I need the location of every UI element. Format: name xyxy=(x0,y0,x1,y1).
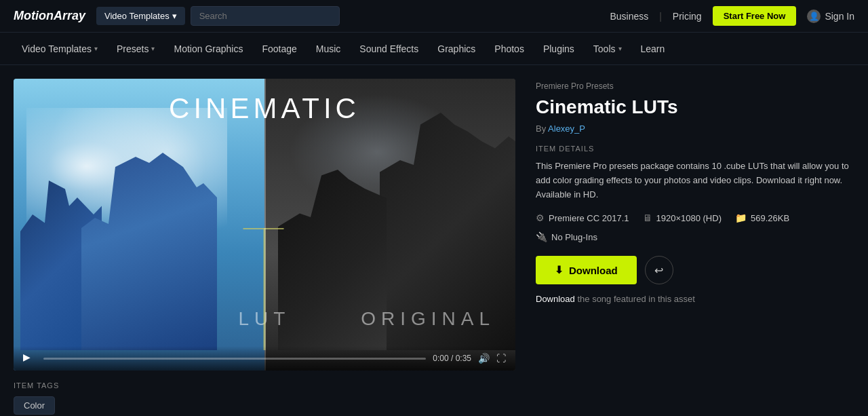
sign-in-button[interactable]: 👤 Sign In xyxy=(807,10,854,23)
asset-title: Cinematic LUTs xyxy=(536,96,854,118)
nav-video-templates[interactable]: Video Templates ▾ xyxy=(14,39,106,58)
chevron-down-icon: ▾ xyxy=(618,45,622,52)
puzzle-icon: 🔌 xyxy=(536,231,547,242)
gear-icon: ⚙ xyxy=(536,212,545,223)
progress-bar[interactable] xyxy=(43,358,426,360)
file-icon: 📁 xyxy=(735,212,747,223)
no-plugins-badge: 🔌 No Plug-Ins xyxy=(536,231,597,242)
nav-learn[interactable]: Learn xyxy=(633,39,673,58)
start-free-button[interactable]: Start Free Now xyxy=(713,6,797,26)
nav-tools[interactable]: Tools ▾ xyxy=(585,39,630,58)
download-label: Download xyxy=(569,265,618,276)
meta-row-2: 🔌 No Plug-Ins xyxy=(536,231,854,242)
main-nav: Video Templates ▾ Presets ▾ Motion Graph… xyxy=(0,33,868,65)
nav-music[interactable]: Music xyxy=(308,39,349,58)
page-content: CINEMATIC LUT ORIGINAL ▶ 0:00 / 0:35 🔊 ⛶ xyxy=(0,65,868,416)
author-line: By Alexey_P xyxy=(536,124,854,134)
share-icon: ↩ xyxy=(654,264,663,277)
download-icon: ⬇ xyxy=(555,264,564,276)
time-display: 0:00 / 0:35 xyxy=(433,354,471,363)
meta-row-1: ⚙ Premiere CC 2017.1 🖥 1920×1080 (HD) 📁 … xyxy=(536,212,854,223)
nav-footage[interactable]: Footage xyxy=(254,39,304,58)
item-tags-label: ITEM TAGS xyxy=(14,381,515,390)
download-song-link[interactable]: Download xyxy=(536,294,575,304)
search-input[interactable] xyxy=(191,6,340,26)
top-nav: MotionArray Video Templates ▾ Business |… xyxy=(0,0,868,33)
video-templates-label: Video Templates xyxy=(104,11,170,21)
nav-presets[interactable]: Presets ▾ xyxy=(108,39,163,58)
business-link[interactable]: Business xyxy=(610,11,648,22)
video-templates-dropdown[interactable]: Video Templates ▾ xyxy=(96,7,185,25)
item-tags-section: ITEM TAGS Color xyxy=(14,381,515,415)
nav-divider: | xyxy=(659,11,662,22)
monitor-icon: 🖥 xyxy=(643,212,652,223)
video-section: CINEMATIC LUT ORIGINAL ▶ 0:00 / 0:35 🔊 ⛶ xyxy=(14,79,515,415)
item-details-label: ITEM DETAILS xyxy=(536,145,854,153)
meta-premiere-version: ⚙ Premiere CC 2017.1 xyxy=(536,212,629,223)
item-description: This Premiere Pro presets package contai… xyxy=(536,159,854,202)
nav-plugins[interactable]: Plugins xyxy=(535,39,583,58)
download-button[interactable]: ⬇ Download xyxy=(536,256,637,284)
video-controls: ▶ 0:00 / 0:35 🔊 ⛶ xyxy=(14,346,515,371)
author-link[interactable]: Alexey_P xyxy=(548,124,585,134)
meta-resolution: 🖥 1920×1080 (HD) xyxy=(643,212,722,223)
meta-filesize: 📁 569.26KB xyxy=(735,212,789,223)
sign-in-label: Sign In xyxy=(825,11,854,22)
brand-logo: MotionArray xyxy=(14,9,85,23)
pricing-link[interactable]: Pricing xyxy=(673,11,702,22)
original-label: ORIGINAL xyxy=(361,308,495,330)
actions-row: ⬇ Download ↩ xyxy=(536,256,854,284)
user-icon: 👤 xyxy=(807,10,821,23)
nav-motion-graphics[interactable]: Motion Graphics xyxy=(165,39,251,58)
chevron-down-icon: ▾ xyxy=(172,11,177,21)
tag-color[interactable]: Color xyxy=(14,396,55,415)
top-nav-right: Business | Pricing Start Free Now 👤 Sign… xyxy=(610,6,854,26)
nav-graphics[interactable]: Graphics xyxy=(429,39,484,58)
category-label: Premiere Pro Presets xyxy=(536,81,854,91)
volume-icon[interactable]: 🔊 xyxy=(478,353,490,364)
download-song-line: Download the song featured in this asset xyxy=(536,294,854,304)
fullscreen-icon[interactable]: ⛶ xyxy=(496,353,506,364)
share-button[interactable]: ↩ xyxy=(645,256,673,284)
chevron-down-icon: ▾ xyxy=(151,45,155,52)
chevron-down-icon: ▾ xyxy=(94,45,98,52)
play-button[interactable]: ▶ xyxy=(23,352,37,365)
nav-sound-effects[interactable]: Sound Effects xyxy=(351,39,427,58)
right-panel: Premiere Pro Presets Cinematic LUTs By A… xyxy=(536,79,854,415)
nav-photos[interactable]: Photos xyxy=(486,39,532,58)
video-player: CINEMATIC LUT ORIGINAL ▶ 0:00 / 0:35 🔊 ⛶ xyxy=(14,79,515,371)
video-split-line xyxy=(264,79,266,371)
